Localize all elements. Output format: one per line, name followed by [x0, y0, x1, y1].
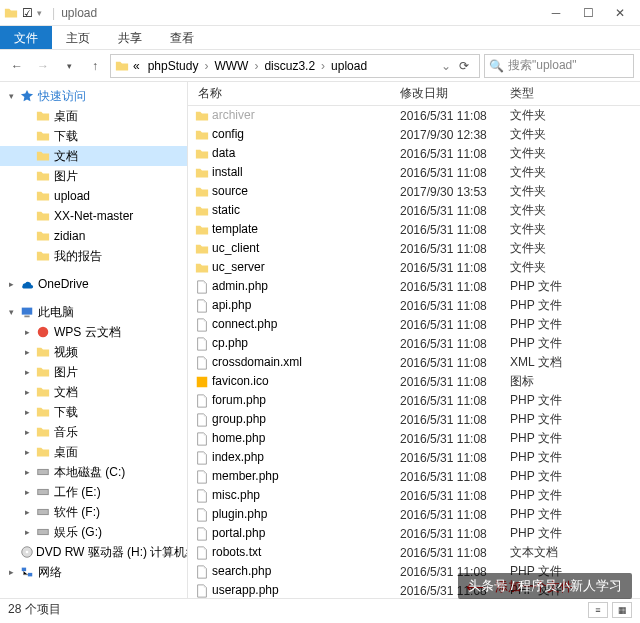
tree-item[interactable]: ▸桌面 — [0, 442, 187, 462]
file-row[interactable]: member.php2016/5/31 11:08PHP 文件 — [192, 467, 636, 486]
tree-item[interactable]: XX-Net-master — [0, 206, 187, 226]
breadcrumb-seg[interactable]: discuz3.2 — [260, 59, 319, 73]
tree-item[interactable]: ▸WPS 云文档 — [0, 322, 187, 342]
file-row[interactable]: connect.php2016/5/31 11:08PHP 文件 — [192, 315, 636, 334]
file-row[interactable]: static2016/5/31 11:08文件夹 — [192, 201, 636, 220]
recent-dropdown[interactable]: ▾ — [58, 55, 80, 77]
thumbnails-view-button[interactable]: ▦ — [612, 602, 632, 618]
breadcrumb-seg[interactable]: upload — [327, 59, 371, 73]
search-input[interactable]: 🔍 搜索"upload" — [484, 54, 634, 78]
tree-item[interactable]: DVD RW 驱动器 (H:) 计算机组 — [0, 542, 187, 562]
col-name[interactable]: 名称 — [192, 85, 400, 102]
tab-view[interactable]: 查看 — [156, 26, 208, 49]
tree-item[interactable]: zidian — [0, 226, 187, 246]
file-row[interactable]: robots.txt2016/5/31 11:08文本文档 — [192, 543, 636, 562]
tree-item[interactable]: upload — [0, 186, 187, 206]
file-row[interactable]: portal.php2016/5/31 11:08PHP 文件 — [192, 524, 636, 543]
chevron-icon[interactable]: ▸ — [20, 407, 34, 417]
chevron-icon[interactable]: ▾ — [4, 307, 18, 317]
file-row[interactable]: forum.php2016/5/31 11:08PHP 文件 — [192, 391, 636, 410]
chevron-icon[interactable]: ▸ — [20, 347, 34, 357]
col-type[interactable]: 类型 — [510, 85, 636, 102]
file-list[interactable]: archiver2016/5/31 11:08文件夹config2017/9/3… — [188, 106, 640, 598]
dropdown-icon[interactable]: ⌄ — [439, 59, 453, 73]
tab-home[interactable]: 主页 — [52, 26, 104, 49]
tree-item[interactable]: 我的报告 — [0, 246, 187, 266]
file-row[interactable]: api.php2016/5/31 11:08PHP 文件 — [192, 296, 636, 315]
tree-item[interactable]: 桌面 — [0, 106, 187, 126]
chevron-icon[interactable]: ▾ — [4, 91, 18, 101]
back-button[interactable]: ← — [6, 55, 28, 77]
tree-item[interactable]: ▸软件 (F:) — [0, 502, 187, 522]
tree-item[interactable]: 下载 — [0, 126, 187, 146]
file-row[interactable]: plugin.php2016/5/31 11:08PHP 文件 — [192, 505, 636, 524]
item-count: 28 个项目 — [8, 601, 61, 618]
breadcrumb-prefix[interactable]: « — [129, 59, 144, 73]
file-row[interactable]: admin.php2016/5/31 11:08PHP 文件 — [192, 277, 636, 296]
tree-item[interactable]: ▸下载 — [0, 402, 187, 422]
file-icon — [192, 450, 212, 465]
tree-item[interactable]: ▸工作 (E:) — [0, 482, 187, 502]
file-row[interactable]: config2017/9/30 12:38文件夹 — [192, 125, 636, 144]
chevron-icon[interactable]: ▸ — [4, 567, 18, 577]
tree-item[interactable]: ▸本地磁盘 (C:) — [0, 462, 187, 482]
tab-file[interactable]: 文件 — [0, 26, 52, 49]
qat-checkbox-icon[interactable]: ☑ — [22, 6, 33, 20]
file-row[interactable]: data2016/5/31 11:08文件夹 — [192, 144, 636, 163]
chevron-icon[interactable]: ▸ — [20, 527, 34, 537]
tree-item[interactable]: ▸图片 — [0, 362, 187, 382]
file-row[interactable]: misc.php2016/5/31 11:08PHP 文件 — [192, 486, 636, 505]
details-view-button[interactable]: ≡ — [588, 602, 608, 618]
tree-item[interactable]: 图片 — [0, 166, 187, 186]
file-row[interactable]: index.php2016/5/31 11:08PHP 文件 — [192, 448, 636, 467]
file-row[interactable]: cp.php2016/5/31 11:08PHP 文件 — [192, 334, 636, 353]
chevron-icon[interactable]: ▸ — [20, 447, 34, 457]
file-row[interactable]: group.php2016/5/31 11:08PHP 文件 — [192, 410, 636, 429]
tree-item[interactable]: ▸网络 — [0, 562, 187, 582]
minimize-button[interactable]: ─ — [540, 6, 572, 20]
tree-item[interactable]: 文档 — [0, 146, 187, 166]
tab-share[interactable]: 共享 — [104, 26, 156, 49]
chevron-icon[interactable]: ▸ — [4, 279, 18, 289]
file-row[interactable]: favicon.ico2016/5/31 11:08图标 — [192, 372, 636, 391]
col-date[interactable]: 修改日期 — [400, 85, 510, 102]
chevron-icon[interactable]: ▸ — [20, 387, 34, 397]
breadcrumb-seg[interactable]: phpStudy — [144, 59, 203, 73]
chevron-icon[interactable]: ▸ — [20, 507, 34, 517]
file-type: 图标 — [510, 373, 636, 390]
navigation-tree[interactable]: ▾快速访问桌面下载文档图片uploadXX-Net-masterzidian我的… — [0, 82, 188, 598]
forward-button[interactable]: → — [32, 55, 54, 77]
qat-dropdown-icon[interactable]: ▾ — [37, 8, 42, 18]
file-row[interactable]: install2016/5/31 11:08文件夹 — [192, 163, 636, 182]
tree-item-label: 工作 (E:) — [52, 484, 101, 501]
up-button[interactable]: ↑ — [84, 55, 106, 77]
file-row[interactable]: uc_server2016/5/31 11:08文件夹 — [192, 258, 636, 277]
maximize-button[interactable]: ☐ — [572, 6, 604, 20]
chevron-icon[interactable]: ▸ — [20, 427, 34, 437]
file-name: crossdomain.xml — [212, 355, 302, 369]
tree-item[interactable]: ▾快速访问 — [0, 86, 187, 106]
file-row[interactable]: archiver2016/5/31 11:08文件夹 — [192, 106, 636, 125]
column-headers[interactable]: 名称 修改日期 类型 — [188, 82, 640, 106]
chevron-icon[interactable]: ▸ — [20, 467, 34, 477]
file-row[interactable]: template2016/5/31 11:08文件夹 — [192, 220, 636, 239]
file-row[interactable]: uc_client2016/5/31 11:08文件夹 — [192, 239, 636, 258]
close-button[interactable]: ✕ — [604, 6, 636, 20]
tree-item[interactable]: ▸娱乐 (G:) — [0, 522, 187, 542]
breadcrumb[interactable]: « phpStudy › WWW › discuz3.2 › upload ⌄ … — [110, 54, 480, 78]
tree-item[interactable]: ▸文档 — [0, 382, 187, 402]
file-row[interactable]: crossdomain.xml2016/5/31 11:08XML 文档 — [192, 353, 636, 372]
tree-item[interactable]: ▾此电脑 — [0, 302, 187, 322]
chevron-icon[interactable]: ▸ — [20, 367, 34, 377]
window-title: upload — [61, 6, 97, 20]
file-row[interactable]: home.php2016/5/31 11:08PHP 文件 — [192, 429, 636, 448]
tree-item[interactable]: ▸视频 — [0, 342, 187, 362]
tree-item[interactable]: ▸OneDrive — [0, 274, 187, 294]
file-name: userapp.php — [212, 583, 279, 597]
refresh-button[interactable]: ⟳ — [453, 55, 475, 77]
chevron-icon[interactable]: ▸ — [20, 327, 34, 337]
chevron-icon[interactable]: ▸ — [20, 487, 34, 497]
breadcrumb-seg[interactable]: WWW — [210, 59, 252, 73]
tree-item[interactable]: ▸音乐 — [0, 422, 187, 442]
file-row[interactable]: source2017/9/30 13:53文件夹 — [192, 182, 636, 201]
